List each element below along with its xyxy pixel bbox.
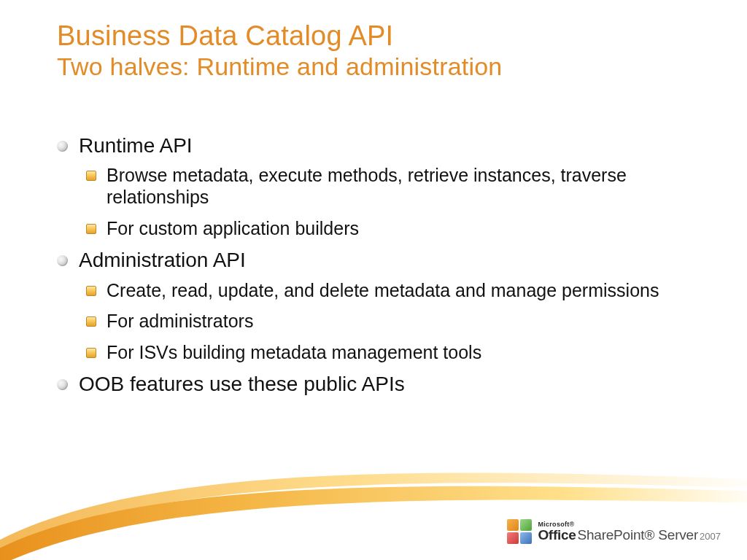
slide: Business Data Catalog API Two halves: Ru… (0, 0, 747, 560)
sub-bullet-item: For administrators (86, 310, 708, 332)
sub-bullet-text: For administrators (107, 311, 253, 331)
footer-brand-main: Office (538, 527, 576, 542)
bullet-text: OOB features use these public APIs (79, 373, 405, 395)
sub-bullet-item: Browse metadata, execute methods, retrie… (86, 164, 708, 209)
slide-subtitle: Two halves: Runtime and administration (57, 52, 708, 81)
bullet-item: Administration API Create, read, update,… (57, 248, 708, 363)
sub-bullet-text: Create, read, update, and delete metadat… (107, 280, 659, 300)
footer-product: SharePoint® Server (577, 527, 698, 542)
bullet-list: Runtime API Browse metadata, execute met… (57, 133, 708, 397)
title-block: Business Data Catalog API Two halves: Ru… (57, 20, 708, 81)
footer-logo: Microsoft® OfficeSharePoint® Server2007 (507, 519, 721, 544)
sub-bullet-item: Create, read, update, and delete metadat… (86, 279, 708, 302)
sub-bullet-text: For ISVs building metadata management to… (107, 342, 481, 362)
sub-bullet-list: Browse metadata, execute methods, retrie… (86, 164, 708, 240)
sub-bullet-list: Create, read, update, and delete metadat… (86, 279, 708, 364)
slide-body: Runtime API Browse metadata, execute met… (57, 133, 708, 397)
footer-year: 2007 (700, 531, 721, 542)
sub-bullet-text: Browse metadata, execute methods, retrie… (107, 165, 627, 208)
bullet-item: Runtime API Browse metadata, execute met… (57, 133, 708, 240)
bullet-item: OOB features use these public APIs (57, 372, 708, 397)
footer-logo-text: Microsoft® OfficeSharePoint® Server2007 (538, 521, 721, 542)
sub-bullet-item: For ISVs building metadata management to… (86, 341, 708, 364)
office-logo-icon (507, 519, 532, 544)
slide-title: Business Data Catalog API (57, 20, 708, 52)
bullet-text: Administration API (79, 249, 246, 271)
bullet-text: Runtime API (79, 134, 193, 157)
sub-bullet-text: For custom application builders (107, 218, 359, 238)
sub-bullet-item: For custom application builders (86, 217, 708, 240)
